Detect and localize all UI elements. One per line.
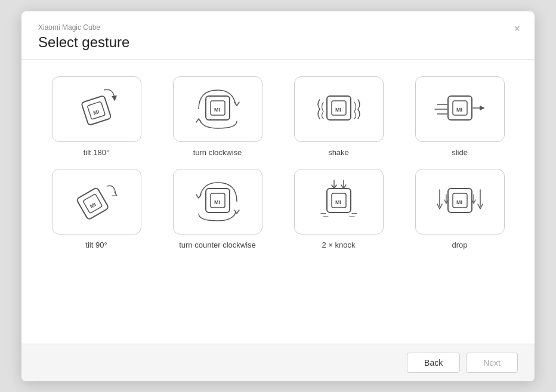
gesture-label-turn-cw: turn clockwise (193, 148, 242, 157)
svg-text:MI: MI (456, 199, 462, 205)
gesture-card-turn-cw[interactable]: MI (173, 76, 262, 142)
dialog-body: MI tilt 180° (21, 60, 535, 344)
svg-text:MI: MI (335, 199, 341, 205)
gesture-item-tilt90[interactable]: MI tilt 90° (43, 169, 150, 249)
dialog: Xiaomi Magic Cube Select gesture × MI (21, 11, 535, 381)
gesture-card-drop[interactable]: MI (415, 169, 505, 234)
gesture-item-slide[interactable]: MI slide (406, 76, 513, 157)
gesture-item-turn-ccw[interactable]: MI turn counter clockwise (164, 169, 271, 249)
dialog-header: Xiaomi Magic Cube Select gesture × (21, 11, 535, 60)
gesture-card-tilt90[interactable]: MI (52, 169, 141, 234)
gesture-item-shake[interactable]: MI shake (285, 76, 392, 157)
gesture-label-tilt90: tilt 90° (85, 240, 107, 249)
gesture-item-drop[interactable]: MI drop (406, 169, 513, 249)
gesture-label-knock: 2 × knock (322, 240, 355, 249)
dialog-subtitle: Xiaomi Magic Cube (38, 23, 518, 32)
gesture-label-turn-ccw: turn counter clockwise (179, 240, 256, 249)
gesture-card-turn-ccw[interactable]: MI (173, 169, 262, 234)
knock-icon: MI (309, 178, 369, 226)
gesture-card-slide[interactable]: MI (415, 76, 505, 142)
turn-cw-icon: MI (188, 85, 248, 133)
tilt90-icon: MI (67, 178, 126, 226)
tilt180-icon: MI (67, 85, 126, 133)
gesture-label-shake: shake (328, 148, 349, 157)
gesture-label-drop: drop (452, 240, 467, 249)
svg-text:MI: MI (456, 107, 462, 113)
gesture-item-turn-cw[interactable]: MI turn clockwise (164, 76, 271, 157)
gesture-card-shake[interactable]: MI (294, 76, 384, 142)
drop-icon: MI (430, 178, 490, 226)
svg-text:MI: MI (214, 199, 220, 205)
back-button[interactable]: Back (407, 353, 460, 373)
gesture-item-tilt180[interactable]: MI tilt 180° (43, 76, 150, 157)
next-button[interactable]: Next (466, 353, 518, 373)
gesture-grid: MI tilt 180° (43, 76, 513, 249)
shake-icon: MI (309, 85, 369, 133)
dialog-footer: Back Next (21, 344, 535, 381)
svg-text:MI: MI (335, 107, 341, 113)
gesture-label-slide: slide (452, 148, 468, 157)
gesture-item-knock[interactable]: MI 2 × knock (285, 169, 392, 249)
dialog-title: Select gesture (38, 34, 518, 51)
slide-icon: MI (430, 85, 490, 133)
svg-text:MI: MI (214, 107, 220, 113)
close-button[interactable]: × (511, 21, 523, 36)
gesture-card-knock[interactable]: MI (294, 169, 384, 234)
turn-ccw-icon: MI (188, 178, 248, 226)
gesture-card-tilt180[interactable]: MI (52, 76, 141, 142)
gesture-label-tilt180: tilt 180° (84, 148, 110, 157)
